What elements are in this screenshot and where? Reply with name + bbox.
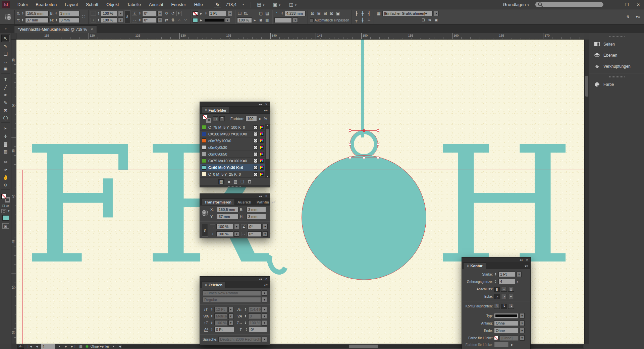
y-field[interactable]: 37 mm — [217, 214, 238, 219]
drop-shadow-icon[interactable]: ❏ — [237, 11, 243, 16]
content-collector-tool[interactable]: ▣ — [1, 65, 10, 74]
kerning-field[interactable]: Metrisch — [214, 313, 227, 319]
swatch-row[interactable]: c0m0y0k50 — [200, 151, 265, 158]
pencil-tool[interactable]: ✎ — [1, 99, 10, 107]
bridge-button[interactable]: Br — [214, 2, 221, 7]
page-tool[interactable]: ❏ — [1, 50, 10, 58]
collapse-panel-icon[interactable]: ◂◂ — [259, 103, 262, 106]
stepper[interactable]: ▲▼ — [245, 327, 248, 332]
vertical-ruler[interactable]: 25303540455055 — [11, 40, 16, 344]
show-all-swatches-button[interactable]: ▦ — [218, 179, 224, 184]
show-gradient-swatches-button[interactable]: ▨ — [233, 179, 237, 184]
close-tab-icon[interactable]: ✕ — [91, 27, 93, 31]
x-position-field[interactable]: 150,5 mm — [25, 11, 49, 16]
previous-page-icon[interactable]: ◀ — [35, 345, 39, 348]
arrange-documents-dropdown[interactable]: ◫ ▼ — [289, 2, 297, 7]
close-panel-icon[interactable]: ✕ — [265, 194, 268, 198]
constrain-proportions-icon[interactable]: ⛶ — [81, 14, 86, 19]
chevron-right-icon[interactable]: ▶ — [510, 343, 514, 346]
chevron-down-icon[interactable]: ▼ — [520, 313, 525, 318]
formatting-container-icon[interactable]: ▢ — [213, 116, 218, 121]
stepper[interactable]: ▲▼ — [281, 11, 284, 16]
round-join-button[interactable]: ╭ — [501, 294, 507, 299]
stepper[interactable]: ▲▼ — [21, 11, 24, 16]
content-grabber-icon[interactable]: P — [176, 11, 182, 16]
miter-limit-field[interactable]: 4 — [498, 279, 515, 284]
gap-tint-field[interactable] — [494, 342, 509, 347]
stepper[interactable]: ▲▼ — [244, 313, 247, 319]
link-scale-icon[interactable]: ∞ — [124, 10, 130, 23]
stepper[interactable]: ▲▼ — [210, 313, 213, 319]
formatting-container-icon[interactable]: ▢ — [1, 209, 6, 213]
panel-menu-icon[interactable]: ▾≡ — [635, 14, 641, 19]
gap-tool[interactable]: ↔ — [1, 58, 10, 65]
height-field[interactable]: 3 mm — [247, 214, 266, 219]
close-button[interactable]: ✕ — [633, 2, 644, 7]
last-page-icon[interactable]: ▶▕ — [70, 345, 76, 348]
menu-item[interactable]: Ansicht — [145, 2, 167, 7]
chevron-down-icon[interactable]: ▼ — [228, 313, 233, 319]
vertical-scale-field[interactable]: 100 % — [214, 320, 227, 326]
scale-y-field[interactable]: 100 % — [216, 231, 233, 237]
baseline-shift-field[interactable]: 0 Pt — [214, 327, 234, 332]
align-stroke-inside-button[interactable]: ┗ — [501, 304, 507, 309]
chevron-down-icon[interactable]: ▼ — [520, 328, 525, 333]
selection-handle[interactable] — [377, 129, 379, 132]
projecting-cap-button[interactable]: ▯ — [508, 287, 514, 292]
corner-radius-field[interactable]: 4,233 mm — [285, 11, 306, 16]
scissors-tool[interactable]: ✂ — [1, 125, 10, 132]
swatch-scrollbar[interactable]: ▲▼ — [265, 124, 270, 178]
reference-point-proxy[interactable] — [202, 210, 208, 216]
redefine-style-icon[interactable]: ⇆ — [427, 18, 432, 22]
stepper[interactable]: ▲▼ — [205, 11, 208, 16]
stepper[interactable]: ▲▼ — [210, 320, 213, 326]
chevron-down-icon[interactable]: ▼ — [118, 17, 123, 23]
ornament-ribbon[interactable] — [361, 40, 364, 137]
skew-field[interactable]: 0° — [249, 327, 267, 332]
swatch-row[interactable]: c0m0y0k30 — [200, 144, 265, 151]
selection-handle[interactable] — [349, 129, 351, 132]
swatch-row[interactable]: C=75 M=5 Y=100 K=0 — [200, 124, 265, 131]
chevron-right-icon[interactable]: ▶ — [199, 19, 203, 22]
dock-grip[interactable] — [609, 76, 625, 77]
select-content-icon[interactable]: ∵ — [183, 18, 188, 22]
font-size-field[interactable]: 12 Pt — [214, 307, 227, 312]
free-transform-tool[interactable]: ✛ — [1, 132, 10, 140]
chevron-down-icon[interactable]: ▼ — [262, 313, 267, 319]
swatch-row[interactable]: C=0 M=5 Y=25 K=0 — [200, 171, 265, 178]
document-icon[interactable]: ▤ — [78, 344, 84, 349]
flip-vertical-icon[interactable]: ⇅ — [170, 18, 175, 22]
scale-x-field[interactable]: 100 % — [216, 224, 233, 229]
swatch-row[interactable]: C=60 M=0 Y=30 K=0 — [200, 164, 265, 171]
rotate-cw-icon[interactable]: ↻ — [164, 11, 169, 16]
close-panel-icon[interactable]: ✕ — [265, 277, 268, 281]
gap-color-swatch[interactable] — [494, 336, 498, 340]
swatch-row[interactable]: c0m76y100k0 — [200, 137, 265, 144]
menu-item[interactable]: Hilfe — [190, 2, 207, 7]
butt-cap-button[interactable]: ▮ — [494, 287, 500, 292]
stepper[interactable]: ▲▼ — [210, 307, 213, 312]
selection-handle[interactable] — [377, 143, 379, 146]
formatting-text-icon[interactable]: T — [219, 116, 225, 121]
fill-stroke-proxy[interactable] — [1, 194, 10, 202]
corner-options-icon[interactable]: ⌜ — [274, 11, 280, 16]
chevron-down-icon[interactable]: ▼ — [242, 3, 245, 6]
dock-grip[interactable] — [609, 36, 625, 37]
vertical-scrollbar[interactable] — [584, 40, 589, 344]
width-field[interactable]: 3 mm — [59, 11, 79, 16]
x-field[interactable]: 150,5 mm — [217, 207, 238, 212]
align-top-icon[interactable]: ┯ — [354, 18, 359, 22]
stepper[interactable]: ▲▼ — [494, 279, 497, 284]
wrap-jump-icon[interactable]: ▥ — [265, 18, 270, 22]
horizontal-scale-field[interactable]: 100 % — [248, 320, 261, 326]
stepper[interactable]: ▲▼ — [244, 320, 247, 326]
fill-frame-icon[interactable]: ⊡ — [310, 11, 315, 16]
first-page-icon[interactable]: ▏◀ — [27, 345, 33, 348]
fit-frame-icon[interactable]: ⊟ — [323, 11, 328, 16]
collapse-tools-icon[interactable]: » — [0, 27, 11, 31]
chevron-down-icon[interactable]: ▼ — [225, 17, 230, 23]
document-tab[interactable]: *Weihnachts-Menükarte.indd @ 718 % ✕ — [14, 25, 97, 33]
wrap-object-icon[interactable]: ◙ — [258, 18, 264, 22]
chevron-down-icon[interactable]: ▼ — [234, 231, 239, 237]
selection-handle[interactable] — [349, 157, 351, 159]
